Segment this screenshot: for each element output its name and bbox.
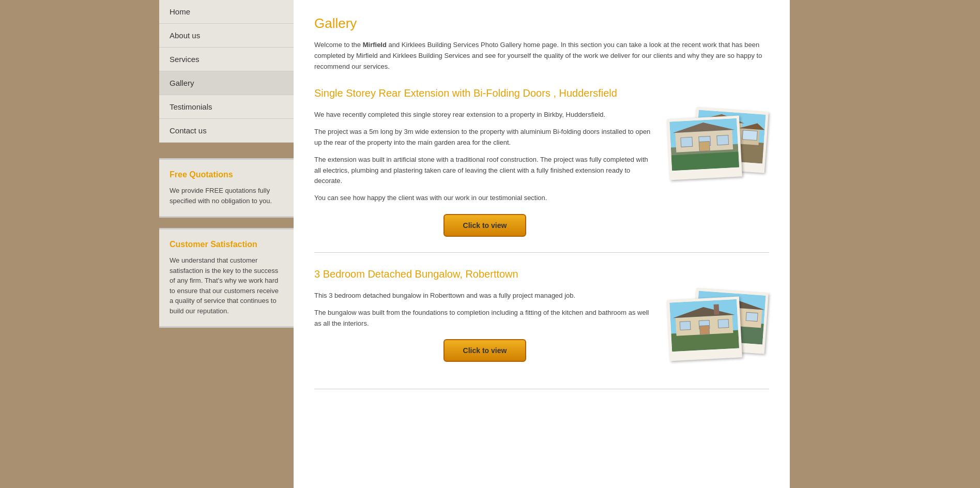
bungalow-text: This 3 bedroom detached bungalow in Robe… — [314, 291, 655, 362]
svg-rect-39 — [714, 304, 719, 314]
customer-satisfaction-text: We understand that customer satisfaction… — [170, 255, 283, 316]
intro-text: Welcome to the Mirfield and Kirklees Bui… — [314, 40, 769, 72]
svg-rect-43 — [700, 326, 710, 335]
main-content: Gallery Welcome to the Mirfield and Kirk… — [294, 0, 790, 488]
bungalow-para-2: The bungalow was built from the foundati… — [314, 308, 655, 329]
extension-image — [666, 110, 769, 192]
nav-gallery[interactable]: Gallery — [159, 71, 294, 95]
bungalow-image — [666, 291, 769, 373]
svg-rect-42 — [718, 319, 729, 328]
extension-title: Single Storey Rear Extension with Bi-Fol… — [314, 87, 769, 99]
customer-satisfaction-title: Customer Satisfaction — [170, 240, 283, 249]
extension-para-2: The project was a 5m long by 3m wide ext… — [314, 127, 655, 148]
svg-rect-21 — [699, 142, 710, 151]
svg-rect-18 — [681, 138, 693, 147]
nav-home[interactable]: Home — [159, 0, 294, 24]
svg-rect-40 — [680, 321, 691, 330]
navigation: Home About us Services Gallery Testimoni… — [159, 0, 294, 143]
extension-content: We have recently completed this single s… — [314, 110, 769, 237]
extension-para-3: The extension was built in artificial st… — [314, 155, 655, 187]
customer-satisfaction-box: Customer Satisfaction We understand that… — [159, 228, 294, 328]
svg-rect-13 — [742, 130, 757, 141]
svg-rect-20 — [717, 135, 729, 145]
nav-contact[interactable]: Contact us — [159, 119, 294, 143]
section-divider-1 — [314, 252, 769, 253]
extension-para-4: You can see how happy the client was wit… — [314, 193, 655, 204]
section-divider-2 — [314, 389, 769, 389]
nav-testimonials[interactable]: Testimonials — [159, 95, 294, 119]
gallery-section-extension: Single Storey Rear Extension with Bi-Fol… — [314, 87, 769, 237]
extension-view-button[interactable]: Click to view — [443, 214, 526, 237]
gallery-section-bungalow: 3 Bedroom Detached Bungalow, Roberttown … — [314, 268, 769, 373]
free-quotations-title: Free Quotations — [170, 170, 283, 179]
nav-services[interactable]: Services — [159, 48, 294, 71]
bungalow-title: 3 Bedroom Detached Bungalow, Roberttown — [314, 268, 769, 280]
extension-text: We have recently completed this single s… — [314, 110, 655, 237]
free-quotations-text: We provide FREE quotations fully specifi… — [170, 186, 283, 206]
sidebar: Home About us Services Gallery Testimoni… — [159, 0, 294, 488]
nav-about[interactable]: About us — [159, 24, 294, 48]
bungalow-para-1: This 3 bedroom detached bungalow in Robe… — [314, 291, 655, 301]
bungalow-view-button[interactable]: Click to view — [443, 339, 526, 362]
svg-rect-22 — [671, 152, 739, 171]
extension-para-1: We have recently completed this single s… — [314, 110, 655, 120]
svg-rect-30 — [746, 312, 758, 321]
bungalow-content: This 3 bedroom detached bungalow in Robe… — [314, 291, 769, 373]
free-quotations-box: Free Quotations We provide FREE quotatio… — [159, 158, 294, 218]
page-title: Gallery — [314, 16, 769, 32]
